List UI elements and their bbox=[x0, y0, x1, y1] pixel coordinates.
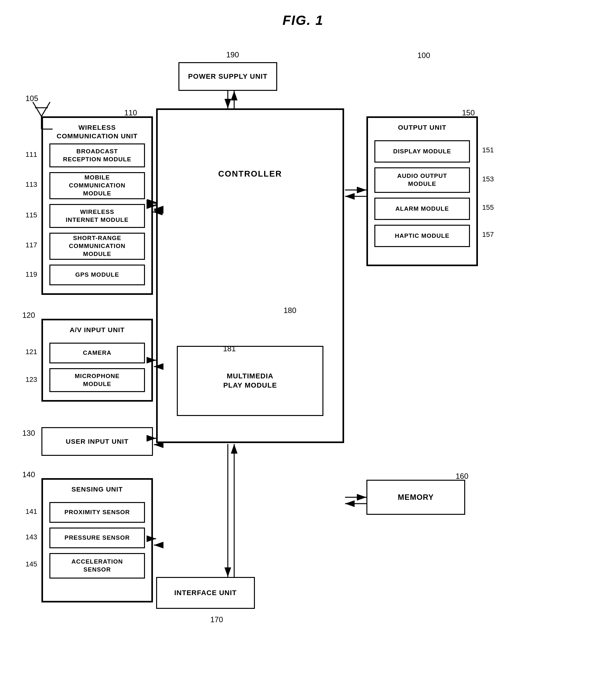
gps-box: GPS MODULE bbox=[49, 265, 145, 285]
ref-151: 151 bbox=[482, 146, 494, 154]
svg-line-1 bbox=[33, 102, 41, 116]
ref-181: 181 bbox=[223, 344, 236, 353]
memory-box: MEMORY bbox=[366, 480, 465, 515]
audio-output-box: AUDIO OUTPUTMODULE bbox=[374, 167, 470, 193]
short-range-label: SHORT-RANGECOMMUNICATIONMODULE bbox=[66, 233, 128, 259]
pressure-box: PRESSURE SENSOR bbox=[49, 527, 145, 548]
ref-145: 145 bbox=[25, 560, 37, 568]
ref-117: 117 bbox=[25, 241, 37, 249]
wireless-comm-label: WIRELESSCOMMUNICATION UNIT bbox=[43, 122, 152, 142]
multimedia-box: MULTIMEDIAPLAY MODULE bbox=[177, 346, 323, 416]
proximity-label: PROXIMITY SENSOR bbox=[62, 507, 133, 518]
display-box: DISPLAY MODULE bbox=[374, 140, 470, 163]
ref-153: 153 bbox=[482, 175, 494, 183]
ref-100: 100 bbox=[417, 51, 430, 60]
sensing-unit-box: SENSING UNIT PROXIMITY SENSOR 141 PRESSU… bbox=[41, 478, 153, 603]
acceleration-box: ACCELERATIONSENSOR bbox=[49, 553, 145, 579]
broadcast-box: BROADCASTRECEPTION MODULE bbox=[49, 143, 145, 167]
diagram: FIG. 1 105 100 POWER SUPPLY UNIT 190 110… bbox=[0, 0, 606, 700]
ref-119: 119 bbox=[25, 270, 37, 278]
short-range-box: SHORT-RANGECOMMUNICATIONMODULE bbox=[49, 233, 145, 260]
ref-123: 123 bbox=[25, 376, 37, 384]
user-input-label: USER INPUT UNIT bbox=[63, 436, 131, 447]
av-input-label: A/V INPUT UNIT bbox=[43, 324, 152, 335]
camera-box: CAMERA bbox=[49, 343, 145, 363]
ref-180: 180 bbox=[284, 306, 296, 315]
proximity-box: PROXIMITY SENSOR bbox=[49, 502, 145, 523]
ref-111: 111 bbox=[25, 151, 37, 159]
ref-155: 155 bbox=[482, 203, 494, 212]
ref-140: 140 bbox=[22, 470, 35, 479]
ref-170: 170 bbox=[210, 615, 223, 624]
alarm-box: ALARM MODULE bbox=[374, 198, 470, 220]
ref-150: 150 bbox=[462, 108, 475, 117]
ref-105: 105 bbox=[25, 94, 38, 103]
microphone-box: MICROPHONEMODULE bbox=[49, 368, 145, 392]
controller-label: CONTROLLER bbox=[158, 167, 343, 181]
mobile-comm-label: MOBILECOMMUNICATIONMODULE bbox=[66, 173, 128, 199]
ref-190: 190 bbox=[226, 50, 239, 59]
ref-143: 143 bbox=[25, 533, 37, 541]
camera-label: CAMERA bbox=[80, 348, 114, 358]
haptic-label: HAPTIC MODULE bbox=[392, 231, 452, 241]
wireless-internet-label: WIRELESSINTERNET MODULE bbox=[63, 207, 131, 225]
wireless-comm-box: WIRELESSCOMMUNICATION UNIT BROADCASTRECE… bbox=[41, 116, 153, 295]
pressure-label: PRESSURE SENSOR bbox=[62, 533, 132, 543]
power-supply-box: POWER SUPPLY UNIT bbox=[179, 62, 277, 91]
ref-113: 113 bbox=[25, 180, 37, 189]
ref-130: 130 bbox=[22, 429, 35, 438]
display-label: DISPLAY MODULE bbox=[391, 146, 454, 157]
multimedia-label: MULTIMEDIAPLAY MODULE bbox=[221, 370, 280, 391]
av-input-box: A/V INPUT UNIT CAMERA 121 MICROPHONEMODU… bbox=[41, 319, 153, 402]
ref-110: 110 bbox=[124, 108, 137, 117]
audio-output-label: AUDIO OUTPUTMODULE bbox=[395, 171, 450, 189]
ref-141: 141 bbox=[25, 507, 37, 516]
ref-121: 121 bbox=[25, 348, 37, 356]
interface-box: INTERFACE UNIT bbox=[156, 577, 255, 609]
output-unit-label: OUTPUT UNIT bbox=[368, 122, 476, 133]
broadcast-label: BROADCASTRECEPTION MODULE bbox=[61, 146, 134, 164]
output-unit-box: OUTPUT UNIT DISPLAY MODULE 151 AUDIO OUT… bbox=[366, 116, 478, 266]
power-supply-label: POWER SUPPLY UNIT bbox=[185, 71, 270, 83]
ref-115: 115 bbox=[25, 211, 37, 219]
ref-160: 160 bbox=[456, 472, 468, 481]
fig-title: FIG. 1 bbox=[283, 13, 324, 28]
alarm-label: ALARM MODULE bbox=[393, 204, 451, 214]
ref-157: 157 bbox=[482, 230, 494, 239]
controller-box: CONTROLLER MULTIMEDIAPLAY MODULE bbox=[156, 108, 344, 443]
acceleration-label: ACCELERATIONSENSOR bbox=[69, 557, 125, 575]
microphone-label: MICROPHONEMODULE bbox=[72, 371, 122, 389]
wireless-internet-box: WIRELESSINTERNET MODULE bbox=[49, 204, 145, 228]
ref-120: 120 bbox=[22, 311, 35, 320]
svg-line-2 bbox=[41, 102, 50, 116]
haptic-box: HAPTIC MODULE bbox=[374, 225, 470, 247]
sensing-unit-label: SENSING UNIT bbox=[43, 483, 152, 495]
mobile-comm-box: MOBILECOMMUNICATIONMODULE bbox=[49, 172, 145, 199]
user-input-box: USER INPUT UNIT bbox=[41, 427, 153, 456]
gps-label: GPS MODULE bbox=[73, 270, 122, 280]
interface-label: INTERFACE UNIT bbox=[172, 587, 239, 599]
memory-label: MEMORY bbox=[395, 491, 436, 503]
